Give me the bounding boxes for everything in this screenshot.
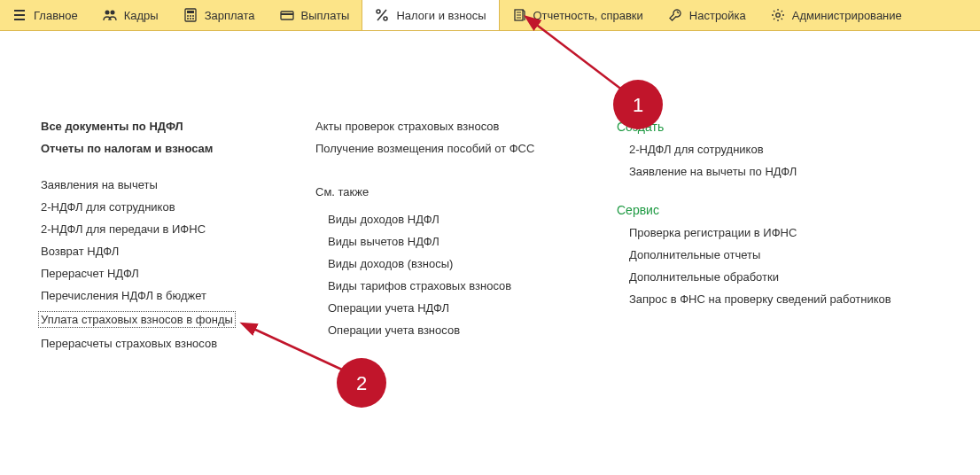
see-also-item-5[interactable]: Операции учета взносов bbox=[315, 323, 572, 337]
nav-item-1[interactable]: 2-НДФЛ для сотрудников bbox=[41, 200, 271, 214]
people-icon bbox=[103, 8, 117, 22]
badge-2-circle bbox=[337, 358, 386, 408]
svg-point-0 bbox=[105, 11, 109, 15]
col-ndfl: Все документы по НДФЛОтчеты по налогам и… bbox=[41, 120, 271, 359]
svg-rect-10 bbox=[281, 12, 293, 19]
tab-label: Отчетность, справки bbox=[533, 9, 643, 22]
see-also-item-0[interactable]: Виды доходов НДФЛ bbox=[315, 213, 572, 226]
svg-point-16 bbox=[776, 13, 780, 17]
service-heading: Сервис bbox=[617, 203, 918, 217]
svg-point-9 bbox=[192, 18, 194, 19]
nav-item-7[interactable]: Перерасчеты страховых взносов bbox=[41, 337, 271, 350]
wrench-icon bbox=[668, 8, 682, 22]
nav-item-0[interactable]: Заявления на вычеты bbox=[41, 178, 271, 191]
percent-icon bbox=[375, 8, 389, 22]
tab-label: Главное bbox=[34, 9, 78, 22]
nav-item-3[interactable]: Возврат НДФЛ bbox=[41, 245, 271, 258]
svg-point-1 bbox=[110, 11, 114, 15]
create-item-1[interactable]: Заявление на вычеты по НДФЛ bbox=[617, 165, 918, 178]
nav-item-4[interactable]: Перерасчет НДФЛ bbox=[41, 267, 271, 280]
tab-label: Кадры bbox=[124, 9, 159, 22]
svg-point-6 bbox=[192, 15, 194, 17]
tab-card[interactable]: Выплаты bbox=[268, 0, 362, 30]
tab-gear[interactable]: Администрирование bbox=[758, 0, 914, 30]
tab-people[interactable]: Кадры bbox=[90, 0, 171, 30]
see-also-item-1[interactable]: Виды вычетов НДФЛ bbox=[315, 235, 572, 248]
col-other: Акты проверок страховых взносовПолучение… bbox=[315, 120, 572, 359]
tab-label: Зарплата bbox=[205, 9, 255, 22]
nav-item-2[interactable]: 2-НДФЛ для передачи в ИФНС bbox=[41, 222, 271, 236]
svg-line-14 bbox=[377, 10, 386, 20]
nav2-top-0[interactable]: Акты проверок страховых взносов bbox=[315, 120, 572, 133]
service-item-3[interactable]: Запрос в ФНС на проверку сведений работн… bbox=[617, 292, 918, 306]
see-also-item-2[interactable]: Виды доходов (взносы) bbox=[315, 257, 572, 270]
svg-point-12 bbox=[377, 10, 380, 13]
tab-wrench[interactable]: Настройка bbox=[656, 0, 758, 30]
svg-point-4 bbox=[187, 15, 189, 17]
svg-point-7 bbox=[187, 18, 189, 19]
service-item-0[interactable]: Проверка регистрации в ИФНС bbox=[617, 226, 918, 239]
svg-point-8 bbox=[190, 18, 191, 19]
calc-icon bbox=[183, 8, 198, 22]
card-icon bbox=[280, 8, 294, 22]
svg-point-13 bbox=[384, 17, 387, 20]
col-actions: Создать2-НДФЛ для сотрудниковЗаявление н… bbox=[617, 120, 918, 359]
svg-rect-3 bbox=[187, 11, 194, 13]
see-also-item-4[interactable]: Операции учета НДФЛ bbox=[315, 301, 572, 315]
nav-bold-1[interactable]: Отчеты по налогам и взносам bbox=[41, 142, 271, 155]
tab-menu[interactable]: Главное bbox=[0, 0, 90, 30]
gear-icon bbox=[771, 8, 785, 22]
svg-point-5 bbox=[190, 15, 191, 17]
see-also-heading: См. также bbox=[315, 185, 572, 199]
tab-label: Выплаты bbox=[301, 9, 350, 22]
nav-item-6[interactable]: Уплата страховых взносов в фонды bbox=[41, 311, 271, 328]
content: Все документы по НДФЛОтчеты по налогам и… bbox=[0, 31, 980, 359]
nav-item-5[interactable]: Перечисления НДФЛ в бюджет bbox=[41, 289, 271, 302]
create-heading: Создать bbox=[617, 120, 918, 134]
nav-bold-0[interactable]: Все документы по НДФЛ bbox=[41, 120, 271, 133]
nav-item-highlight: Уплата страховых взносов в фонды bbox=[38, 311, 236, 328]
nav2-top-1[interactable]: Получение возмещения пособий от ФСС bbox=[315, 142, 572, 155]
tab-label: Налоги и взносы bbox=[396, 9, 486, 22]
service-item-2[interactable]: Дополнительные обработки bbox=[617, 270, 918, 284]
report-icon bbox=[512, 8, 526, 22]
menu-icon bbox=[12, 8, 27, 22]
badge-2-text: 2 bbox=[356, 372, 367, 394]
tab-percent[interactable]: Налоги и взносы bbox=[362, 0, 499, 30]
tab-calc[interactable]: Зарплата bbox=[171, 0, 268, 30]
tab-label: Администрирование bbox=[792, 9, 902, 22]
tab-report[interactable]: Отчетность, справки bbox=[500, 0, 656, 30]
create-item-0[interactable]: 2-НДФЛ для сотрудников bbox=[617, 143, 918, 156]
topbar: ГлавноеКадрыЗарплатаВыплатыНалоги и взно… bbox=[0, 0, 980, 31]
tab-label: Настройка bbox=[689, 9, 746, 22]
see-also-item-3[interactable]: Виды тарифов страховых взносов bbox=[315, 279, 572, 292]
svg-rect-11 bbox=[281, 13, 293, 15]
service-item-1[interactable]: Дополнительные отчеты bbox=[617, 248, 918, 261]
